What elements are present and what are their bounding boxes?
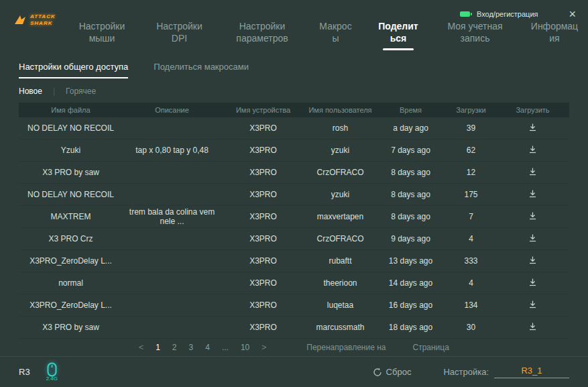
cell-time: 8 days ago <box>375 168 446 177</box>
next-page-arrow[interactable]: > <box>261 343 266 352</box>
filter-new[interactable]: Новое <box>19 87 42 96</box>
cell-downloads: 12 <box>446 168 496 177</box>
share-tabs: Настройки общего доступа Поделиться макр… <box>19 62 569 78</box>
cell-device-name: X3PRO <box>221 168 305 177</box>
cell-user-name: yzuki <box>305 146 375 155</box>
pagination: < 1 2 3 4 ... 10 > Перенаправление на Ст… <box>19 343 569 352</box>
login-link[interactable]: Вход/регистрация <box>477 10 538 18</box>
cell-file-name: X3PRO_ZeroDelay L... <box>19 300 123 310</box>
filter-divider: | <box>53 87 55 96</box>
table-row: X3 PRO by saw X3PRO CrzOFRACO 8 days ago… <box>19 162 569 184</box>
table-row: MAXTREM trem bala da colina vem nele ...… <box>19 206 569 228</box>
cell-device-name: X3PRO <box>221 323 305 332</box>
battery-icon <box>460 11 470 17</box>
nav-item-mouse-settings[interactable]: Настройки мыши <box>75 20 129 45</box>
page-number[interactable]: 4 <box>205 343 210 352</box>
download-button[interactable] <box>524 298 541 312</box>
page-number[interactable]: 3 <box>189 343 194 352</box>
cell-user-name: yzuki <box>305 190 375 199</box>
download-button[interactable] <box>524 144 541 157</box>
cell-device-name: X3PRO <box>221 123 305 133</box>
filter-row: Новое | Горячее <box>19 87 569 96</box>
cell-downloads: 134 <box>446 300 496 310</box>
filter-hot[interactable]: Горячее <box>66 87 96 96</box>
page-number[interactable]: 1 <box>156 343 160 352</box>
mouse-icon <box>47 362 57 377</box>
page-number[interactable]: 10 <box>241 343 249 352</box>
download-button[interactable] <box>524 210 541 223</box>
column-header-download: Загрузить <box>496 106 569 114</box>
cell-device-name: X3PRO <box>221 256 305 266</box>
table-row: NO DELAY NO RECOIL X3PRO rosh a day ago … <box>19 117 569 140</box>
cell-description: tap x 0,80 tap y 0,48 <box>123 146 221 155</box>
cell-time: 14 days ago <box>375 278 446 288</box>
header: ATTACK SHARK Вход/регистрация × Настройк… <box>0 0 588 55</box>
download-button[interactable] <box>524 276 541 290</box>
cell-time: 8 days ago <box>375 190 446 199</box>
cell-downloads: 30 <box>446 323 496 332</box>
cell-time: 13 days ago <box>375 256 446 266</box>
cell-device-name: X3PRO <box>221 278 305 288</box>
page-number[interactable]: 2 <box>172 343 177 352</box>
cell-file-name: X3 PRO by saw <box>19 323 123 332</box>
nav-item-macros[interactable]: Макросы <box>318 20 353 45</box>
column-header-time: Время <box>375 106 446 114</box>
cell-downloads: 4 <box>446 234 496 243</box>
prev-page-arrow[interactable]: < <box>139 343 143 352</box>
download-button[interactable] <box>524 232 541 245</box>
footer-right: Сброс Настройка: <box>373 366 569 378</box>
page-ellipsis: ... <box>222 343 229 352</box>
table-row: X3 PRO Crz X3PRO CrzOFRACO 9 days ago 4 <box>19 228 569 250</box>
close-icon[interactable]: × <box>569 8 576 20</box>
nav-item-dpi-settings[interactable]: Настройки DPI <box>153 20 207 45</box>
cell-downloads: 62 <box>446 146 496 155</box>
download-icon <box>528 123 537 131</box>
nav-item-parameter-settings[interactable]: Настройки параметров <box>230 20 294 45</box>
setting-label: Настройка: <box>443 367 489 377</box>
cell-time: 18 days ago <box>375 323 446 332</box>
column-header-device-name: Имя устройства <box>221 106 305 114</box>
cell-user-name: CrzOFRACO <box>305 234 375 243</box>
cell-downloads: 333 <box>446 256 496 266</box>
cell-device-name: X3PRO <box>221 212 305 221</box>
top-right-cluster: Вход/регистрация × <box>460 8 576 20</box>
cell-device-name: X3PRO <box>221 300 305 310</box>
cell-time: 8 days ago <box>375 212 446 221</box>
table-row: X3PRO_ZeroDelay L... X3PRO rubaftt 13 da… <box>19 250 569 272</box>
reset-label: Сброс <box>386 367 412 377</box>
setting-name-input[interactable] <box>494 366 569 378</box>
download-button[interactable] <box>524 254 541 268</box>
page-list: 1 2 3 4 ... 10 <box>156 343 249 352</box>
tab-share-macros[interactable]: Поделиться макросами <box>154 62 249 78</box>
column-header-downloads: Загрузки <box>446 106 496 114</box>
nav-item-info[interactable]: Информация <box>530 20 579 45</box>
download-button[interactable] <box>524 321 541 334</box>
cell-downloads: 4 <box>446 278 496 288</box>
download-icon <box>528 145 537 154</box>
cell-file-name: X3PRO_ZeroDelay L... <box>19 256 123 266</box>
column-header-user-name: Имя пользователя <box>305 106 375 114</box>
main-nav: Настройки мыши Настройки DPI Настройки п… <box>75 20 579 50</box>
download-button[interactable] <box>524 121 541 135</box>
download-button[interactable] <box>524 166 541 179</box>
table-header-row: Имя файла Описание Имя устройства Имя по… <box>19 103 569 117</box>
page-label: Страница <box>412 343 449 352</box>
download-button[interactable] <box>524 188 541 201</box>
cell-user-name: theerioon <box>305 278 375 288</box>
table-body: NO DELAY NO RECOIL X3PRO rosh a day ago … <box>19 117 569 339</box>
cell-file-name: X3 PRO by saw <box>19 168 123 177</box>
cell-user-name: maxvertapen <box>305 212 375 221</box>
cell-time: 16 days ago <box>375 300 446 310</box>
reset-button[interactable]: Сброс <box>373 367 412 377</box>
redirect-label: Перенаправление на <box>306 343 386 352</box>
cell-file-name: X3 PRO Crz <box>19 234 123 243</box>
nav-item-share[interactable]: Поделиться <box>377 20 420 50</box>
download-icon <box>528 256 537 264</box>
nav-item-account[interactable]: Моя учетная запись <box>444 20 507 45</box>
table-row: normal X3PRO theerioon 14 days ago 4 <box>19 272 569 294</box>
cell-downloads: 175 <box>446 190 496 199</box>
cell-time: a day ago <box>375 123 446 133</box>
cell-time: 9 days ago <box>375 234 446 243</box>
tab-share-settings[interactable]: Настройки общего доступа <box>19 62 128 78</box>
column-header-file-name: Имя файла <box>19 106 123 114</box>
